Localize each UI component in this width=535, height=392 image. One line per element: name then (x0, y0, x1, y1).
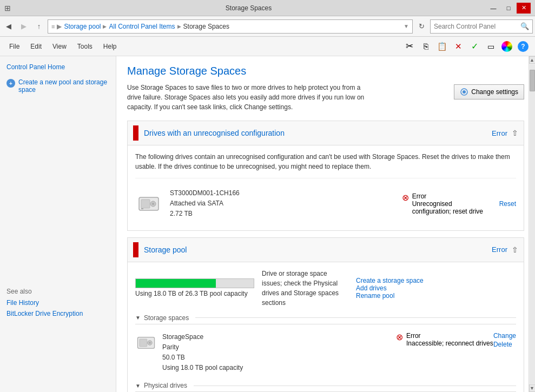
back-button[interactable]: ◀ (2, 20, 15, 33)
drive-status: ⊗ Error Unrecognisedconfiguration; reset… (402, 192, 499, 215)
pool-chevron[interactable]: ⇧ (512, 245, 518, 254)
space-actions: Change Delete (493, 332, 516, 348)
scroll-up[interactable]: ▲ (529, 56, 536, 64)
menu-bar: File Edit View Tools Help ✂ ⎘ 📋 ✕ ✓ ▭ ? (0, 37, 535, 56)
sidebar-see-also-label: See also (0, 279, 116, 297)
space-name: StorageSpace (162, 332, 396, 342)
close-button[interactable]: ✕ (517, 3, 531, 14)
breadcrumb-item-files: ≡ (51, 23, 55, 30)
change-link[interactable]: Change (493, 332, 516, 340)
pool-title: Storage pool (144, 245, 492, 254)
sidebar-create-pool[interactable]: + Create a new pool and storage space (0, 77, 116, 95)
progress-bar (135, 278, 254, 288)
checkmark-icon[interactable]: ✓ (467, 39, 482, 54)
unrecognised-title: Drives with an unrecognised configuratio… (144, 129, 492, 137)
svg-rect-3 (141, 200, 150, 208)
menu-help[interactable]: Help (98, 40, 122, 53)
drive-connection: Attached via SATA (170, 198, 402, 209)
main-layout: Control Panel Home + Create a new pool a… (0, 56, 535, 392)
title-bar: ⊞ Storage Spaces — □ ✕ (0, 0, 535, 16)
svg-point-5 (152, 203, 154, 205)
create-storage-space-link[interactable]: Create a storage space (356, 277, 424, 284)
address-path: ≡ ▶ Storage pool ▶ All Control Panel Ite… (48, 19, 413, 34)
refresh-button[interactable]: ↻ (415, 20, 428, 33)
app-icon: ⊞ (4, 4, 11, 12)
sidebar-file-history[interactable]: File History (0, 297, 116, 308)
svg-point-10 (149, 342, 150, 343)
search-icon[interactable]: 🔍 (520, 22, 529, 30)
drive-name: ST3000DM001-1CH166 (170, 188, 402, 198)
sidebar-bitlocker[interactable]: BitLocker Drive Encryption (0, 308, 116, 319)
menu-view[interactable]: View (48, 40, 71, 53)
breadcrumb-control-panel[interactable]: Storage pool (64, 23, 101, 30)
search-input[interactable] (434, 23, 518, 30)
unrecognised-chevron[interactable]: ⇧ (512, 129, 518, 137)
section-red-bar (133, 125, 138, 141)
minimize-button[interactable]: — (486, 3, 500, 14)
pool-issue-desc: Drive or storage space issues; check the… (262, 269, 348, 308)
storage-pool-section: Storage pool Error ⇧ Using 18.0 TB of 26… (127, 237, 524, 392)
delete-link[interactable]: Delete (493, 341, 516, 348)
space-status-text: Error (406, 332, 493, 340)
unrecognised-section-header: Drives with an unrecognised configuratio… (128, 121, 524, 145)
space-error-icon: ⊗ (396, 332, 403, 342)
colorwheel-icon[interactable] (499, 39, 514, 54)
drive-status-detail: Unrecognisedconfiguration; reset drive (412, 200, 483, 215)
cut-icon[interactable]: ✂ (402, 39, 417, 54)
main-content: Manage Storage Spaces Use Storage Spaces… (116, 56, 535, 392)
menu-edit[interactable]: Edit (25, 40, 47, 53)
sidebar-control-panel-home[interactable]: Control Panel Home (0, 62, 116, 72)
progress-section: Using 18.0 TB of 26.3 TB pool capacity D… (135, 269, 516, 308)
physical-drives-subsection: ▼ Physical drives (135, 382, 516, 392)
drive-size: 2.72 TB (170, 209, 402, 219)
progress-bar-container: Using 18.0 TB of 26.3 TB pool capacity (135, 278, 254, 297)
menu-file[interactable]: File (4, 40, 24, 53)
change-settings-button[interactable]: Change settings (454, 84, 524, 99)
add-drives-link[interactable]: Add drives (356, 284, 387, 292)
storage-spaces-header: ▼ Storage spaces (135, 314, 516, 324)
drive-status-text: Error (412, 192, 483, 200)
progress-fill (136, 279, 216, 288)
copy-icon[interactable]: ⎘ (418, 39, 433, 54)
physical-drives-arrow[interactable]: ▼ (135, 383, 141, 389)
unrecognised-section-body: The following drives contain an unrecogn… (128, 145, 524, 230)
drive-actions: Reset (499, 200, 516, 208)
page-title: Manage Storage Spaces (127, 65, 524, 77)
space-status: ⊗ Error Inaccessible; reconnect drives (396, 332, 493, 347)
space-status-detail: Inaccessible; reconnect drives (406, 340, 493, 347)
breadcrumb-all-items[interactable]: All Control Panel Items (109, 23, 175, 30)
error-circle-icon: ⊗ (402, 192, 409, 203)
delete-icon[interactable]: ✕ (451, 39, 466, 54)
space-usage: Using 18.0 TB pool capacity (162, 363, 396, 373)
menu-tools[interactable]: Tools (72, 40, 97, 53)
paste-icon[interactable]: 📋 (434, 39, 450, 54)
scroll-thumb[interactable] (530, 70, 535, 91)
pool-error-label: Error (492, 245, 507, 254)
physical-drives-label: Physical drives (144, 382, 187, 389)
space-type: Parity (162, 342, 396, 353)
search-box: 🔍 (430, 19, 533, 34)
unrecognised-error-label: Error (492, 129, 507, 137)
scroll-down[interactable]: ▼ (529, 384, 536, 392)
forward-button[interactable]: ▶ (17, 20, 30, 33)
pool-section-body: Using 18.0 TB of 26.3 TB pool capacity D… (128, 262, 524, 392)
page-description: Use Storage Spaces to save files to two … (127, 83, 376, 112)
rename-pool-link[interactable]: Rename pool (356, 292, 394, 300)
sidebar-create-link: Create a new pool and storage space (18, 78, 109, 94)
drive-row: ST3000DM001-1CH166 Attached via SATA 2.7… (135, 184, 516, 224)
unrecognised-description: The following drives contain an unrecogn… (135, 152, 516, 171)
drive-hdd-icon (135, 190, 162, 217)
up-button[interactable]: ↑ (32, 20, 45, 33)
maximize-button[interactable]: □ (501, 3, 516, 14)
properties-icon[interactable]: ▭ (483, 39, 498, 54)
storage-spaces-label: Storage spaces (144, 314, 189, 322)
reset-link[interactable]: Reset (499, 200, 516, 208)
storage-spaces-arrow[interactable]: ▼ (135, 315, 141, 321)
pool-section-header: Storage pool Error ⇧ (128, 238, 524, 262)
help-icon[interactable]: ? (516, 39, 531, 54)
svg-rect-8 (140, 339, 147, 347)
svg-point-0 (463, 90, 466, 94)
address-bar: ◀ ▶ ↑ ≡ ▶ Storage pool ▶ All Control Pan… (0, 16, 535, 37)
scrollbar[interactable]: ▲ ▼ (529, 56, 535, 392)
pool-red-bar (133, 242, 138, 257)
